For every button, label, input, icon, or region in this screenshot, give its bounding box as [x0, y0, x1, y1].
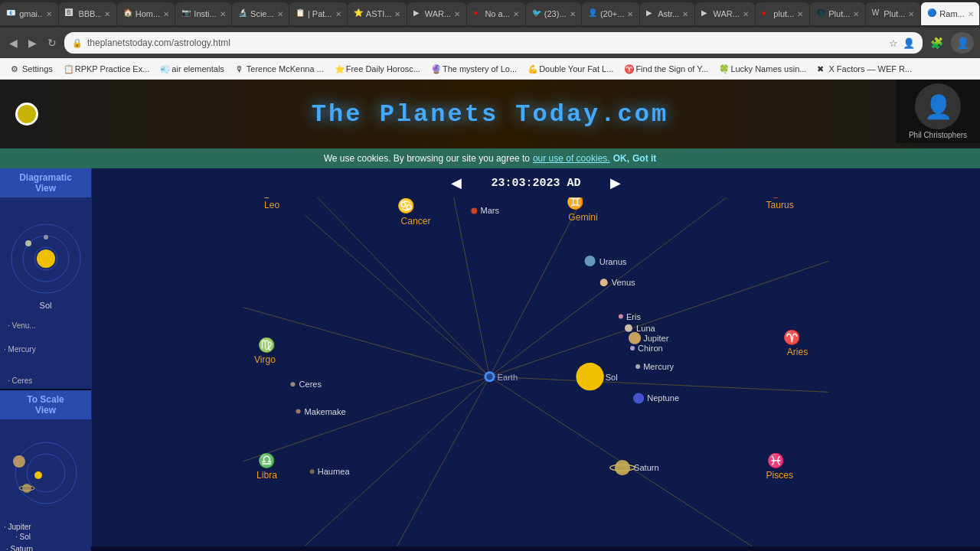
tab-plut2[interactable]: 🌑 Plut... ✕	[810, 2, 865, 25]
back-button[interactable]: ◀	[6, 35, 21, 51]
sidebar-diagram-svg	[4, 201, 88, 308]
tab-close-plut1[interactable]: ✕	[797, 10, 803, 18]
address-icons: ☆ 👤	[889, 37, 915, 49]
cookie-link[interactable]: our use of cookies.	[533, 153, 610, 164]
svg-point-48	[585, 256, 596, 266]
bookmark-fat[interactable]: 💪 Double Your Fat L...	[523, 63, 618, 75]
tab-ram[interactable]: 🔵 Ram... ✕	[921, 2, 979, 25]
next-date-button[interactable]: ▶	[604, 173, 627, 193]
forward-button[interactable]: ▶	[25, 35, 40, 51]
bookmark-horoscope[interactable]: ⭐ Free Daily Horosc...	[330, 63, 425, 75]
svg-text:Luna: Luna	[636, 324, 655, 333]
bookmark-rpkp[interactable]: 📋 RPKP Practice Ex...	[59, 63, 155, 75]
tab-favicon-bbb: 🅱	[65, 8, 75, 19]
sidebar-scale-panel[interactable]: To ScaleView · Jupiter · Sol ·	[0, 390, 91, 551]
bookmark-lucky[interactable]: 🍀 Lucky Names usin...	[714, 63, 811, 75]
address-bar[interactable]: 🔒 theplanetstoday.com/astrology.html ☆ 👤	[64, 32, 923, 54]
tab-close-fb[interactable]: ✕	[627, 10, 633, 18]
bookmark-air[interactable]: 💨 air elementals	[155, 63, 228, 75]
tab-close-insti[interactable]: ✕	[220, 10, 226, 18]
cursor-position	[390, 418, 397, 424]
tab-asti[interactable]: ⭐ ASTI... ✕	[348, 2, 407, 25]
bookmark-xfactors[interactable]: ✖ X Factors — WEF R...	[812, 63, 916, 75]
tab-close-bbb[interactable]: ✕	[104, 10, 110, 18]
tab-sci[interactable]: 🔬 Scie... ✕	[232, 2, 289, 25]
svg-text:Pisces: Pisces	[766, 470, 793, 481]
tab-noa[interactable]: ● No a... ✕	[467, 2, 525, 25]
tab-plut3[interactable]: W Plut... ✕	[866, 2, 921, 25]
tab-insti[interactable]: 📷 Insti... ✕	[175, 2, 231, 25]
cookie-got-it[interactable]: Got it	[632, 153, 656, 164]
sidebar-diagramatic-title: Diagramatic View	[0, 168, 91, 197]
page-content: The Planets Today.com 👤 Phil Christopher…	[0, 80, 980, 551]
svg-point-64	[615, 460, 630, 475]
bookmark-mystery[interactable]: 🔮 The Planets Today.com The mystery of L…	[426, 63, 521, 75]
svg-text:Cancer: Cancer	[401, 216, 431, 227]
tab-close-home[interactable]: ✕	[163, 10, 169, 18]
address-bar-row: ◀ ▶ ↻ 🔒 theplanetstoday.com/astrology.ht…	[0, 28, 980, 58]
svg-point-26	[486, 373, 492, 380]
reload-button[interactable]: ↻	[44, 35, 60, 51]
svg-text:Aries: Aries	[787, 347, 808, 357]
svg-text:Libra: Libra	[256, 470, 277, 481]
venus-label-diag: · Venu...	[0, 321, 36, 330]
sol-label-scale: · Sol	[0, 533, 31, 541]
svg-text:♍: ♍	[258, 337, 276, 354]
extensions-button[interactable]: 🧩	[927, 35, 946, 51]
bookmark-sign[interactable]: ♈ Find the Sign of Y...	[619, 63, 713, 75]
tab-home[interactable]: 🏠 Hom... ✕	[117, 2, 175, 25]
svg-rect-12	[243, 168, 829, 546]
tab-close-noa[interactable]: ✕	[513, 10, 519, 18]
header-icon-left	[15, 103, 38, 126]
bookmarks-bar: ⚙ Settings 📋 RPKP Practice Ex... 💨 air e…	[0, 58, 980, 80]
svg-text:Jupiter: Jupiter	[643, 334, 669, 343]
tab-close-twitter[interactable]: ✕	[570, 10, 576, 18]
tab-close-war1[interactable]: ✕	[454, 10, 460, 18]
tab-close-gmail[interactable]: ✕	[46, 10, 52, 18]
jupiter-label-scale: · Jupiter	[0, 523, 31, 531]
date-display: 23:03:2023 AD	[491, 177, 580, 190]
svg-point-50	[600, 279, 608, 286]
cookie-ok[interactable]: OK,	[613, 153, 629, 164]
date-nav-bar: ◀ 23:03:2023 AD ▶	[92, 168, 980, 197]
sidebar-diagramatic-panel[interactable]: Diagramatic View Sol · Venu.	[0, 168, 91, 390]
svg-point-58	[630, 346, 635, 350]
prev-date-button[interactable]: ◀	[445, 173, 468, 193]
tab-bbb[interactable]: 🅱 BBB... ✕	[59, 2, 116, 25]
tab-plut1[interactable]: ● plut... ✕	[756, 2, 809, 25]
svg-text:Venus: Venus	[612, 278, 635, 287]
tab-twitter[interactable]: 🐦 (23)... ✕	[526, 2, 581, 25]
tab-close-pat[interactable]: ✕	[335, 10, 341, 18]
tab-close-war2[interactable]: ✕	[743, 10, 749, 18]
svg-point-6	[15, 442, 77, 504]
saturn-label-scale: · Saturn	[0, 545, 33, 551]
tab-close-asti[interactable]: ✕	[394, 10, 400, 18]
tab-close-sci[interactable]: ✕	[277, 10, 283, 18]
user-profile-avatar[interactable]: 👤	[951, 32, 974, 54]
tab-gmail[interactable]: 📧 gmai... ✕	[0, 2, 58, 25]
svg-point-28	[576, 363, 603, 390]
tab-close-ram[interactable]: ✕	[968, 10, 974, 18]
tab-astro[interactable]: ▶ Astr... ✕	[640, 2, 695, 25]
tab-war2[interactable]: ▶ WAR... ✕	[695, 2, 755, 25]
bookmark-terence[interactable]: 🎙 Terence McKenna ...	[230, 63, 328, 75]
tab-close-plut3[interactable]: ✕	[908, 10, 914, 18]
solar-system-diagram: Earth Sol ♌ Leo ♋ Cancer ♊ Gemini ♉ Taur…	[92, 168, 980, 546]
svg-point-54	[625, 324, 632, 332]
bookmark-star-icon[interactable]: ☆	[889, 37, 898, 49]
profile-icon[interactable]: 👤	[903, 37, 915, 49]
bookmark-settings[interactable]: ⚙ Settings	[6, 63, 57, 75]
svg-text:Earth: Earth	[498, 373, 518, 382]
tab-war1[interactable]: ▶ WAR... ✕	[407, 2, 467, 25]
svg-text:Virgo: Virgo	[254, 354, 276, 365]
user-name: Phil Christophers	[909, 131, 967, 139]
tab-close-astro[interactable]: ✕	[682, 10, 688, 18]
tab-close-plut2[interactable]: ✕	[853, 10, 859, 18]
svg-text:Sol: Sol	[606, 373, 618, 382]
url-display: theplanetstoday.com/astrology.html	[87, 37, 889, 48]
tab-fb[interactable]: 👤 (20+... ✕	[582, 2, 639, 25]
tab-pat[interactable]: 📋 | Pat... ✕	[289, 2, 347, 25]
svg-point-52	[619, 315, 623, 319]
avatar: 👤	[915, 83, 961, 129]
svg-text:Mercury: Mercury	[643, 362, 674, 371]
